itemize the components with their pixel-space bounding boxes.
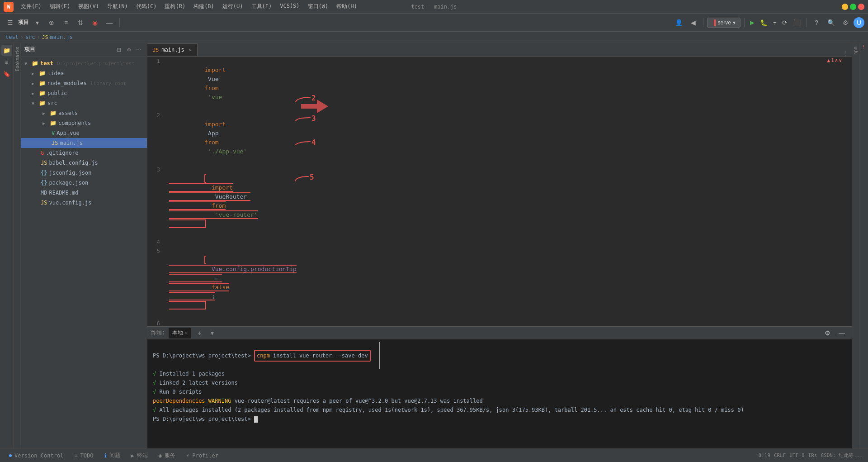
menu-code[interactable]: 代码(C) [132, 2, 160, 11]
toolbar-dropdown[interactable]: ▾ [31, 16, 43, 29]
breadcrumb-src[interactable]: src [25, 34, 35, 40]
sidebar-structure-icon[interactable]: ⊞ [1, 57, 12, 67]
tree-node-modules[interactable]: ▶ 📁 node_modules library root [21, 78, 147, 88]
tree-components[interactable]: ▶ 📁 components [21, 118, 147, 128]
tab-todo[interactable]: ≡ TODO [69, 449, 99, 462]
pub-icon: 📁 [39, 90, 46, 96]
toolbar-add-icon[interactable]: ⊕ [45, 16, 58, 29]
file-tree: 项目 ⊟ ⚙ ⋯ ▼ 📁 test D:\project\ws project\… [21, 43, 147, 448]
annotation-counter: ▲ 1 ∧ ∨ [827, 57, 842, 63]
menu-tools[interactable]: 工具(I) [248, 2, 276, 11]
sidebar-project-icon[interactable]: 📁 [1, 45, 12, 56]
terminal-tab-local[interactable]: 本地 ✕ [169, 328, 191, 338]
profile-button[interactable]: ⟳ [780, 19, 789, 26]
tree-public[interactable]: ▶ 📁 public [21, 88, 147, 98]
toolbar-highlight-icon[interactable]: ◉ [89, 16, 101, 29]
tree-app-vue[interactable]: V App.vue [21, 128, 147, 138]
toolbar-back-icon[interactable]: ◀ [687, 16, 699, 29]
tree-more-btn[interactable]: ⋯ [134, 45, 143, 54]
line-num-1: 1 [147, 57, 165, 111]
tree-assets[interactable]: ▶ 📁 assets [21, 108, 147, 118]
status-irs: IRs [808, 452, 817, 458]
breadcrumb-test[interactable]: test [5, 34, 19, 40]
terminal-content[interactable]: PS D:\project\ws project\test> cnpm inst… [147, 339, 852, 448]
pkg-icon: {} [41, 180, 47, 186]
user-avatar[interactable]: U [854, 17, 864, 28]
menu-vcs[interactable]: VCS(S) [276, 2, 303, 11]
tree-root[interactable]: ▼ 📁 test D:\project\ws project\test [21, 58, 147, 68]
tree-vue-config[interactable]: JS vue.config.js [21, 198, 147, 208]
menu-edit[interactable]: 编辑(E) [46, 2, 74, 11]
terminal-add-button[interactable]: + [195, 329, 204, 338]
tab-version-control[interactable]: Version Control [4, 449, 69, 462]
run-button[interactable]: ▶ [748, 18, 756, 27]
kw-from-3: from [212, 202, 226, 209]
project-label: 项目 [18, 19, 29, 26]
code-editor[interactable]: 1 import Vue from 'vue' 2 import App fro… [147, 57, 852, 326]
tree-babel[interactable]: JS babel.config.js [21, 158, 147, 168]
tab-profiler[interactable]: ⚡ Profiler [181, 449, 224, 462]
menu-navigate[interactable]: 导航(N) [104, 2, 132, 11]
tree-collapse-btn[interactable]: ⊟ [114, 45, 123, 54]
terminal-dropdown-button[interactable]: ▾ [208, 329, 217, 338]
bookmarks-label[interactable]: Bookmarks [15, 47, 20, 71]
tab-close-button[interactable]: ✕ [189, 48, 192, 52]
tab-bar: JS main.js ✕ ⋮ [147, 43, 852, 57]
minimize-button[interactable] [842, 4, 848, 10]
tree-idea[interactable]: ▶ 📁 .idea [21, 68, 147, 78]
npm-label[interactable]: npm [853, 47, 858, 55]
local-tab-close[interactable]: ✕ [185, 330, 188, 335]
serve-button[interactable]: ▐ serve ▾ [707, 18, 741, 28]
editor-tab-mainjs[interactable]: JS main.js ✕ [147, 43, 198, 56]
code-line-2: 2 import App from './App.vue' [147, 111, 852, 165]
tree-gitignore[interactable]: G .gitignore [21, 148, 147, 158]
terminal-close-btn[interactable]: — [835, 327, 848, 339]
tree-packagejson[interactable]: {} package.json [21, 178, 147, 188]
toolbar-sep-3 [744, 18, 745, 27]
close-button[interactable] [858, 4, 864, 10]
status-user: CSDN: 结此等... [821, 452, 863, 459]
tab-problems[interactable]: ℹ 问题 [99, 449, 126, 462]
tree-jsconfig[interactable]: {} jsconfig.json [21, 168, 147, 178]
annotation-chevron-down[interactable]: ∨ [839, 57, 842, 63]
debug-button[interactable]: 🐛 [758, 19, 769, 26]
tree-settings-btn[interactable]: ⚙ [124, 45, 133, 54]
window-controls [842, 4, 864, 10]
settings-button[interactable]: ⚙ [839, 16, 852, 29]
search-button[interactable]: 🔍 [825, 16, 837, 29]
breadcrumb-mainjs[interactable]: main.js [50, 34, 73, 40]
profiler-icon: ⚡ [186, 452, 189, 459]
npm-sidebar: npm [852, 43, 859, 448]
toolbar-project-icon[interactable]: ☰ [4, 16, 16, 29]
menu-view[interactable]: 视图(V) [75, 2, 103, 11]
menu-window[interactable]: 窗口(W) [304, 2, 332, 11]
menu-help[interactable]: 帮助(H) [333, 2, 361, 11]
menu-refactor[interactable]: 重构(R) [161, 2, 189, 11]
toolbar-user-icon[interactable]: 👤 [672, 16, 685, 29]
nm-label: node_modules [47, 80, 87, 86]
menu-file[interactable]: 文件(F) [17, 2, 45, 11]
maximize-button[interactable] [850, 4, 856, 10]
status-bar: Version Control ≡ TODO ℹ 问题 ▶ 终端 ◉ 服务 ⚡ … [0, 448, 868, 462]
tree-src[interactable]: ▼ 📁 src [21, 98, 147, 108]
menu-run[interactable]: 运行(U) [219, 2, 247, 11]
annotation-chevron-up[interactable]: ∧ [835, 57, 838, 63]
tree-readme[interactable]: MD README.md [21, 188, 147, 198]
sidebar-bookmark-icon[interactable]: 🔖 [1, 68, 12, 79]
stop-button[interactable]: ⬛ [791, 19, 802, 26]
tab-more-button[interactable]: ⋮ [839, 49, 852, 56]
breadcrumb: test › src › JS main.js [0, 32, 868, 43]
terminal-settings-btn[interactable]: ⚙ [821, 327, 834, 339]
tree-main-js[interactable]: JS main.js [21, 138, 147, 148]
toolbar-dash-icon[interactable]: — [103, 16, 116, 29]
tab-services[interactable]: ◉ 服务 [153, 449, 181, 462]
tab-terminal[interactable]: ▶ 终端 [126, 449, 153, 462]
menu-build[interactable]: 构建(B) [190, 2, 218, 11]
help-button[interactable]: ? [810, 16, 823, 29]
terminal-line-4: √ Run 0 scripts [153, 387, 846, 396]
file-tree-content[interactable]: ▼ 📁 test D:\project\ws project\test ▶ 📁 … [21, 57, 147, 448]
term-text-2: Installed 1 packages [159, 371, 225, 377]
toolbar-expand-icon[interactable]: ⇅ [74, 16, 87, 29]
coverage-button[interactable]: ☂ [771, 19, 778, 26]
toolbar-sort-icon[interactable]: ≡ [60, 16, 72, 29]
